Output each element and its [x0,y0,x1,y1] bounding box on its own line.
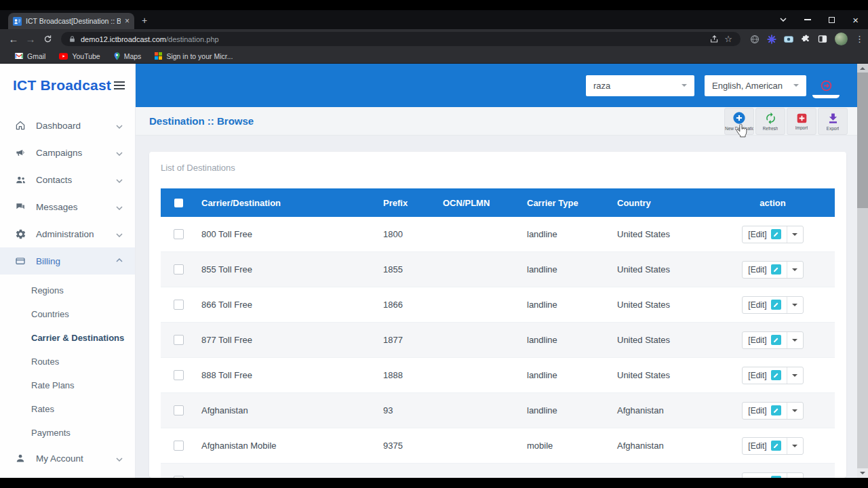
bookmark-gmail[interactable]: Gmail [15,52,45,60]
share-icon[interactable] [710,35,719,43]
column-prefix[interactable]: Prefix [378,198,437,208]
cell-prefix: 1855 [378,264,437,274]
forward-icon[interactable]: → [22,29,39,49]
column-country[interactable]: Country [612,198,711,208]
new-tab-button[interactable]: + [142,15,147,26]
app-logo[interactable]: ICT Broadcast [13,77,111,94]
edit-dropdown-button[interactable] [787,262,803,278]
select-all-checkbox[interactable] [174,199,183,207]
logout-button[interactable] [810,73,842,98]
column-ocn-plmn[interactable]: OCN/PLMN [437,198,521,208]
sidebar-item-messages[interactable]: Messages [0,193,135,220]
import-plus-icon [796,113,808,124]
edit-button-label: [Edit] [748,336,766,345]
export-button[interactable]: Export [818,108,848,135]
tab-close-icon[interactable]: × [125,17,130,25]
submenu-item-rate-plans[interactable]: Rate Plans [0,373,135,397]
refresh-button[interactable]: Refresh [755,108,785,135]
sidebar-item-campaigns[interactable]: Campaigns [0,139,135,166]
bookmark-maps[interactable]: Maps [114,52,142,60]
bookmarks-bar: Gmail YouTube Maps Sign in to your Micr.… [0,49,868,64]
row-checkbox[interactable] [174,335,184,345]
side-panel-icon[interactable] [818,35,827,43]
page-scrollbar[interactable] [857,64,868,478]
submenu-item-countries[interactable]: Countries [0,302,135,326]
row-checkbox[interactable] [174,370,184,380]
submenu-item-regions[interactable]: Regions [0,279,135,302]
window-maximize-button[interactable] [829,17,835,23]
megaphone-icon [15,147,27,158]
cell-country: Afghanistan [612,441,711,451]
edit-dropdown-button[interactable] [787,332,803,348]
profile-avatar[interactable] [835,33,848,45]
billing-submenu: Regions Countries Carrier & Destinations… [0,279,135,445]
edit-button[interactable]: [Edit] [743,367,786,384]
row-checkbox[interactable] [174,441,184,451]
window-close-button[interactable]: × [852,15,859,25]
row-checkbox[interactable] [174,264,184,274]
row-checkbox[interactable] [174,300,184,310]
submenu-item-payments[interactable]: Payments [0,421,135,445]
edit-button[interactable]: [Edit] [743,332,786,348]
cell-carrier-destination: 866 Toll Free [196,300,378,310]
language-select[interactable]: English, American [705,75,806,96]
sidebar-item-contacts[interactable]: Contacts [0,166,135,193]
hamburger-menu-icon[interactable] [114,81,125,89]
row-checkbox[interactable] [174,229,184,239]
scrollbar-up-arrow[interactable] [857,64,868,73]
edit-button[interactable]: [Edit] [743,473,786,479]
sidebar-item-billing[interactable]: Billing [0,247,135,274]
extension-camera-icon[interactable] [784,35,793,43]
bookmark-youtube[interactable]: YouTube [59,52,100,60]
edit-split-button: [Edit] [742,331,803,349]
edit-button[interactable]: [Edit] [743,262,786,278]
browser-tab-strip: ICT Broadcast[Destination :: Brow × + × [0,10,868,29]
extensions-puzzle-icon[interactable] [801,35,810,44]
users-icon [15,174,27,186]
scrollbar-down-arrow[interactable] [857,468,868,478]
edit-split-button: [Edit] [742,402,803,420]
edit-button[interactable]: [Edit] [743,297,786,313]
plus-circle-icon [732,111,746,125]
logout-underline [812,95,840,98]
edit-button[interactable]: [Edit] [743,226,786,243]
chevron-down-icon [116,121,123,131]
edit-dropdown-button[interactable] [787,438,803,454]
edit-dropdown-button[interactable] [787,367,803,384]
browser-tab[interactable]: ICT Broadcast[Destination :: Brow × [8,13,134,29]
sidebar-item-my-account[interactable]: My Account [0,445,135,472]
scrollbar-thumb[interactable] [857,73,868,208]
reload-icon[interactable] [39,29,56,49]
edit-dropdown-button[interactable] [787,297,803,313]
edit-button-label: [Edit] [748,406,766,415]
gear-icon [15,228,27,240]
edit-split-button: [Edit] [742,367,803,384]
sidebar-item-administration[interactable]: Administration [0,220,135,247]
browser-menu-kebab-icon[interactable]: ⋮ [855,34,864,44]
edit-dropdown-button[interactable] [787,473,803,479]
submenu-item-carrier-destinations[interactable]: Carrier & Destinations [0,326,135,350]
edit-button[interactable]: [Edit] [743,403,786,419]
column-carrier-type[interactable]: Carrier Type [521,198,612,208]
column-carrier-destination[interactable]: Carrier/Destination [196,198,378,208]
url-bar[interactable]: demo12.ictbroadcast.com/destination.php … [61,32,741,46]
tab-search-chevron-icon[interactable] [780,18,787,22]
bookmark-star-icon[interactable]: ☆ [724,34,732,44]
cell-prefix: 1866 [378,300,437,310]
bookmark-microsoft[interactable]: Sign in to your Micr... [155,52,233,60]
submenu-item-rates[interactable]: Rates [0,397,135,421]
submenu-item-routes[interactable]: Routes [0,350,135,373]
edit-dropdown-button[interactable] [787,226,803,243]
extension-starburst-icon[interactable] [767,35,776,44]
user-select[interactable]: raza [586,75,694,96]
row-checkbox[interactable] [174,405,184,415]
edit-dropdown-button[interactable] [787,403,803,419]
app-topbar: raza English, American [136,64,857,107]
globe-icon[interactable] [750,35,760,44]
sidebar-item-dashboard[interactable]: Dashboard [0,112,135,139]
import-button[interactable]: Import [787,108,816,135]
chevron-down-icon [116,175,123,185]
window-minimize-button[interactable] [804,19,811,20]
edit-button[interactable]: [Edit] [743,438,786,454]
back-icon[interactable]: ← [5,29,22,49]
